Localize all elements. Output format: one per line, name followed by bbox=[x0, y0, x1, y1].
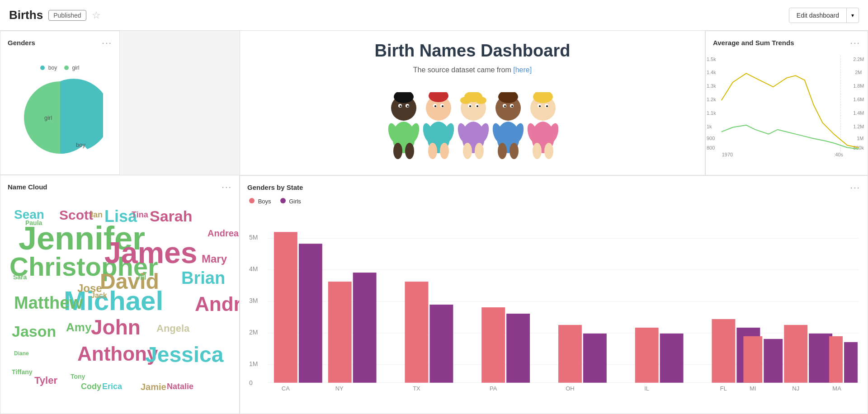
name-cloud-header: Name Cloud ··· bbox=[0, 175, 239, 195]
name-word: Diane bbox=[14, 351, 29, 356]
trends-card: Average and Sum Trends ··· 1.5k 1.4k 1.3… bbox=[705, 31, 868, 175]
trends-title: Average and Sum Trends bbox=[713, 39, 794, 47]
svg-text:PA: PA bbox=[490, 385, 497, 392]
genders-title: Genders bbox=[8, 39, 35, 47]
svg-rect-110 bbox=[764, 339, 783, 383]
name-word: Jill bbox=[136, 274, 146, 281]
svg-text:3M: 3M bbox=[249, 297, 258, 304]
svg-text:TX: TX bbox=[413, 385, 420, 392]
svg-rect-113 bbox=[829, 336, 843, 383]
svg-rect-101 bbox=[481, 307, 505, 383]
svg-rect-95 bbox=[274, 232, 297, 383]
name-word: Angela bbox=[156, 324, 189, 334]
name-word: David bbox=[100, 271, 159, 292]
bar-chart-svg: 5M 4M 3M 2M 1M 0 bbox=[249, 207, 859, 414]
svg-text:2M: 2M bbox=[249, 329, 258, 336]
genders-card-header: Genders ··· bbox=[0, 31, 119, 51]
girl-legend: girl bbox=[64, 65, 79, 71]
name-word: Jessica bbox=[145, 344, 224, 366]
svg-text:1.2k: 1.2k bbox=[707, 97, 716, 102]
svg-point-49 bbox=[504, 105, 506, 107]
name-word: Andrew bbox=[195, 294, 239, 314]
birth-names-panel: Birth Names Dashboard The source dataset… bbox=[240, 31, 705, 175]
name-word: Tyler bbox=[34, 376, 57, 386]
name-word: Erica bbox=[102, 382, 122, 390]
here-link[interactable]: [here] bbox=[513, 66, 532, 74]
page-title: Births bbox=[9, 8, 43, 22]
children-svg bbox=[387, 92, 558, 165]
girls-dot bbox=[280, 198, 286, 203]
name-word: Sara bbox=[13, 274, 27, 280]
genders-state-header: Genders by State ··· bbox=[240, 176, 868, 195]
svg-point-58 bbox=[544, 143, 553, 159]
svg-rect-106 bbox=[660, 334, 684, 383]
svg-point-33 bbox=[463, 143, 472, 159]
svg-text:1.8M: 1.8M bbox=[853, 83, 864, 89]
svg-text:OH: OH bbox=[566, 385, 574, 392]
svg-point-20 bbox=[440, 143, 449, 159]
genders-card: Genders ··· boy girl bbox=[0, 31, 120, 175]
children-figures bbox=[387, 92, 558, 165]
svg-rect-109 bbox=[743, 336, 762, 383]
star-icon[interactable]: ☆ bbox=[92, 9, 101, 21]
name-word: Ian bbox=[91, 211, 103, 219]
svg-rect-96 bbox=[299, 244, 322, 383]
svg-point-46 bbox=[498, 143, 507, 159]
bar-chart-area: 5M 4M 3M 2M 1M 0 bbox=[240, 207, 868, 414]
svg-rect-114 bbox=[844, 342, 858, 383]
svg-rect-104 bbox=[583, 334, 607, 383]
subtitle-text: The source dataset came from bbox=[413, 66, 513, 74]
dropdown-arrow-button[interactable]: ▾ bbox=[847, 8, 859, 23]
girl-label: girl bbox=[72, 65, 80, 71]
svg-text:NY: NY bbox=[335, 385, 344, 392]
svg-text:1970: 1970 bbox=[722, 152, 733, 157]
svg-text:4M: 4M bbox=[249, 265, 258, 273]
svg-text:1.6M: 1.6M bbox=[853, 97, 864, 102]
svg-text:1k: 1k bbox=[707, 124, 712, 129]
svg-point-24 bbox=[442, 105, 443, 107]
header-actions: Edit dashboard ▾ bbox=[789, 8, 859, 23]
trends-header: Average and Sum Trends ··· bbox=[706, 31, 868, 51]
svg-rect-100 bbox=[429, 305, 453, 383]
name-word: Tiffany bbox=[12, 369, 33, 375]
genders-menu[interactable]: ··· bbox=[102, 38, 112, 48]
svg-point-22 bbox=[434, 105, 436, 107]
name-cloud-menu[interactable]: ··· bbox=[222, 182, 232, 192]
name-word: Paula bbox=[25, 220, 42, 226]
edit-dashboard-button[interactable]: Edit dashboard bbox=[789, 8, 847, 23]
svg-point-57 bbox=[533, 143, 542, 159]
svg-point-62 bbox=[546, 105, 548, 107]
pie-container: boy girl girl bbox=[0, 51, 119, 174]
header: Births Published ☆ Edit dashboard ▾ bbox=[0, 0, 868, 31]
name-cloud-card: Name Cloud ··· JenniferChristopherJamesM… bbox=[0, 175, 240, 414]
svg-point-9 bbox=[405, 143, 414, 159]
svg-text:boy: boy bbox=[76, 141, 85, 148]
svg-text:2M: 2M bbox=[855, 70, 862, 75]
pie-legend: boy girl bbox=[40, 65, 79, 71]
svg-text:5M: 5M bbox=[249, 234, 258, 241]
pie-chart: girl boy bbox=[17, 75, 103, 160]
name-cloud-title: Name Cloud bbox=[8, 183, 47, 191]
name-word: Amy bbox=[66, 321, 91, 333]
svg-rect-107 bbox=[712, 319, 735, 383]
girls-label: Girls bbox=[289, 198, 301, 205]
trends-menu[interactable]: ··· bbox=[850, 38, 860, 48]
svg-text:1.4k: 1.4k bbox=[707, 70, 716, 75]
name-cloud-content: JenniferChristopherJamesMichaelMatthewAn… bbox=[0, 195, 239, 413]
boy-dot bbox=[40, 66, 45, 70]
boy-legend: boy bbox=[40, 65, 57, 71]
genders-state-menu[interactable]: ··· bbox=[850, 182, 860, 193]
svg-rect-99 bbox=[405, 282, 428, 383]
svg-rect-112 bbox=[809, 334, 832, 383]
name-word: Andrea bbox=[208, 229, 239, 238]
svg-text:800: 800 bbox=[707, 145, 715, 151]
svg-text:800k: 800k bbox=[853, 145, 864, 151]
svg-text:FL: FL bbox=[720, 385, 727, 392]
girl-dot bbox=[64, 66, 69, 70]
svg-point-38 bbox=[476, 105, 478, 107]
svg-text:2.2M: 2.2M bbox=[853, 56, 864, 62]
svg-point-34 bbox=[475, 143, 484, 159]
name-word: Natalie bbox=[167, 382, 193, 390]
name-word: Scott bbox=[59, 208, 93, 222]
published-badge: Published bbox=[48, 10, 86, 21]
